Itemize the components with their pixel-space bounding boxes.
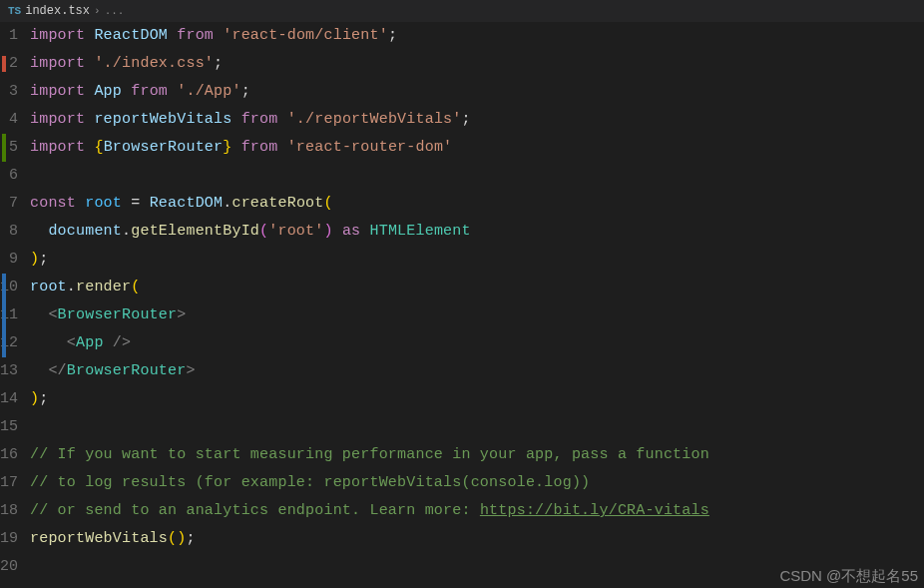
code-line[interactable]: import App from './App'; — [30, 78, 924, 106]
code-token: ; — [462, 111, 471, 128]
code-token: HTMLElement — [370, 223, 471, 240]
code-token: from — [177, 27, 214, 44]
code-token: ) — [323, 223, 332, 240]
code-line[interactable] — [30, 162, 924, 190]
code-token: ) — [30, 251, 39, 268]
code-token: ( — [259, 223, 268, 240]
line-gutter: 1234567891011121314151617181920 — [0, 22, 30, 588]
code-token — [168, 83, 177, 100]
code-line[interactable]: ); — [30, 246, 924, 274]
code-token — [122, 83, 131, 100]
code-token: App — [94, 83, 122, 100]
code-token: render — [76, 279, 131, 295]
code-token — [214, 27, 223, 44]
code-token: ; — [388, 27, 397, 44]
code-editor[interactable]: 1234567891011121314151617181920 import R… — [0, 22, 924, 588]
code-line[interactable]: import './index.css'; — [30, 50, 924, 78]
line-number: 17 — [0, 469, 18, 497]
code-token: . — [67, 279, 76, 295]
code-line[interactable]: import reportWebVitals from './reportWeb… — [30, 106, 924, 134]
code-line[interactable]: // or send to an analytics endpoint. Lea… — [30, 497, 924, 525]
code-line[interactable]: import {BrowserRouter} from 'react-route… — [30, 134, 924, 162]
code-token: /> — [113, 334, 131, 351]
breadcrumb-separator: › — [94, 5, 101, 17]
code-token — [104, 334, 113, 351]
code-token: 'react-dom/client' — [223, 27, 388, 44]
code-token — [122, 195, 131, 212]
code-token: ReactDOM — [150, 195, 224, 212]
code-token: createRoot — [231, 195, 323, 212]
code-token: ( — [168, 530, 177, 547]
code-token: import — [30, 55, 85, 72]
code-token: App — [76, 334, 104, 351]
line-number: 18 — [0, 497, 18, 525]
code-line[interactable]: <App /> — [30, 329, 924, 357]
code-token: // or send to an analytics endpoint. Lea… — [30, 502, 480, 519]
code-token — [333, 223, 342, 240]
file-tab[interactable]: TS index.tsx › ... — [0, 0, 132, 22]
code-token — [360, 223, 369, 240]
gutter-decoration — [2, 274, 6, 357]
code-token — [231, 139, 240, 156]
code-token: BrowserRouter — [58, 306, 178, 323]
code-line[interactable] — [30, 413, 924, 441]
code-area[interactable]: import ReactDOM from 'react-dom/client';… — [30, 22, 924, 588]
code-line[interactable]: root.render( — [30, 274, 924, 301]
line-number: 15 — [0, 413, 18, 441]
code-token — [277, 111, 286, 128]
code-token — [140, 195, 149, 212]
file-name: index.tsx — [25, 4, 90, 18]
code-line[interactable]: ); — [30, 385, 924, 413]
code-token: './reportWebVitals' — [287, 111, 462, 128]
code-token: './index.css' — [94, 55, 214, 72]
code-line[interactable]: // to log results (for example: reportWe… — [30, 469, 924, 497]
code-token: 'react-router-dom' — [287, 139, 453, 156]
line-number: 3 — [0, 78, 18, 106]
code-token: // If you want to start measuring perfor… — [30, 446, 709, 463]
code-token: from — [131, 83, 168, 100]
code-token: as — [342, 223, 360, 240]
line-number: 8 — [0, 218, 18, 246]
code-token: ( — [323, 195, 332, 212]
code-token: 'root' — [268, 223, 323, 240]
breadcrumb-bar: TS index.tsx › ... — [0, 0, 924, 22]
code-line[interactable]: import ReactDOM from 'react-dom/client'; — [30, 22, 924, 50]
code-token — [30, 362, 48, 379]
line-number: 19 — [0, 525, 18, 553]
gutter-decoration — [2, 56, 6, 73]
code-token: import — [30, 139, 85, 156]
code-token: // to log results (for example: reportWe… — [30, 474, 590, 491]
code-token: root — [30, 279, 67, 295]
gutter-decoration — [2, 134, 6, 162]
code-line[interactable]: <BrowserRouter> — [30, 301, 924, 329]
code-token: ReactDOM — [94, 27, 168, 44]
code-token — [277, 139, 286, 156]
code-line[interactable]: reportWebVitals(); — [30, 525, 924, 553]
line-number: 13 — [0, 357, 18, 385]
code-line[interactable]: document.getElementById('root') as HTMLE… — [30, 218, 924, 246]
code-token: from — [241, 111, 278, 128]
code-line[interactable]: </BrowserRouter> — [30, 357, 924, 385]
code-line[interactable]: // If you want to start measuring perfor… — [30, 441, 924, 469]
line-number: 14 — [0, 385, 18, 413]
watermark: CSDN @不想起名55 — [779, 567, 918, 586]
code-token — [30, 223, 48, 240]
code-token: </ — [48, 362, 66, 379]
code-token: reportWebVitals — [94, 111, 231, 128]
code-token — [168, 27, 177, 44]
code-token: ( — [131, 279, 140, 295]
code-token: reportWebVitals — [30, 530, 168, 547]
code-line[interactable]: const root = ReactDOM.createRoot( — [30, 190, 924, 218]
code-token — [231, 111, 240, 128]
code-token: document — [48, 223, 122, 240]
typescript-icon: TS — [8, 5, 21, 17]
line-number: 16 — [0, 441, 18, 469]
line-number: 9 — [0, 246, 18, 274]
line-number: 7 — [0, 190, 18, 218]
code-token — [30, 306, 48, 323]
code-token: root — [85, 195, 122, 212]
code-token: > — [177, 306, 186, 323]
code-token: './App' — [177, 83, 240, 100]
code-token: BrowserRouter — [67, 362, 187, 379]
line-number: 20 — [0, 553, 18, 581]
